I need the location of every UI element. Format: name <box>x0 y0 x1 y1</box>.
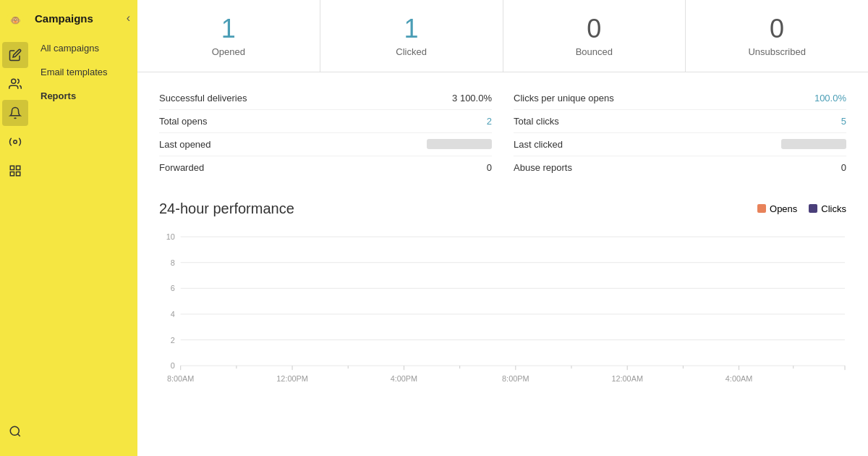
metric-abuse-reports: Abuse reports 0 <box>514 156 846 179</box>
chart-legend: Opens Clicks <box>757 203 846 214</box>
svg-point-3 <box>14 140 17 144</box>
metric-label: Abuse reports <box>514 162 572 173</box>
audience-icon[interactable] <box>2 71 28 97</box>
metric-value: 0 <box>487 162 492 173</box>
sidebar-title: Campaigns <box>35 12 93 25</box>
metric-total-clicks: Total clicks 5 <box>514 110 846 133</box>
stat-bounced-number: 0 <box>511 14 678 43</box>
metric-successful-deliveries: Successful deliveries 3 100.0% <box>159 87 492 110</box>
stat-opened-number: 1 <box>145 14 312 43</box>
svg-text:2: 2 <box>171 335 175 344</box>
stat-clicked-number: 1 <box>328 14 495 43</box>
metric-label: Last clicked <box>514 139 563 150</box>
svg-text:6: 6 <box>171 284 175 292</box>
svg-rect-4 <box>10 166 14 169</box>
stat-opened: 1 Opened <box>137 0 320 72</box>
sidebar-item-email-templates[interactable]: Email templates <box>35 61 133 83</box>
svg-text:12:00AM: 12:00AM <box>611 374 643 383</box>
svg-text:8:00PM: 8:00PM <box>502 374 529 383</box>
metric-label: Clicks per unique opens <box>514 93 614 104</box>
performance-chart: 10 8 6 4 2 0 <box>159 229 846 395</box>
search-icon[interactable] <box>2 418 28 444</box>
main-content: 1 Opened 1 Clicked 0 Bounced 0 Unsubscri… <box>137 0 868 456</box>
stat-opened-label: Opened <box>145 46 312 57</box>
stat-bounced: 0 Bounced <box>503 0 686 72</box>
legend-opens: Opens <box>757 203 797 214</box>
campaigns-icon[interactable] <box>2 100 28 126</box>
svg-text:8:00AM: 8:00AM <box>167 374 194 383</box>
svg-text:🐵: 🐵 <box>10 15 21 25</box>
metric-last-clicked: Last clicked <box>514 133 846 156</box>
sidebar-nav: All campaigns Email templates Reports <box>30 33 137 111</box>
metrics-section: Successful deliveries 3 100.0% Total ope… <box>137 72 868 186</box>
svg-text:4:00PM: 4:00PM <box>391 374 417 383</box>
stat-clicked-label: Clicked <box>328 46 495 57</box>
svg-text:8: 8 <box>171 258 175 266</box>
stat-unsubscribed: 0 Unsubscribed <box>686 0 868 72</box>
performance-header: 24-hour performance Opens Clicks <box>159 200 846 217</box>
left-metrics-col: Successful deliveries 3 100.0% Total ope… <box>159 87 492 179</box>
left-icon-bar: 🐵 <box>0 0 30 456</box>
clicks-label: Clicks <box>821 203 846 214</box>
svg-rect-5 <box>17 166 20 169</box>
sidebar-item-all-campaigns[interactable]: All campaigns <box>35 37 133 59</box>
metric-forwarded: Forwarded 0 <box>159 156 492 179</box>
metric-label: Total clicks <box>514 116 559 127</box>
stat-unsubscribed-label: Unsubscribed <box>693 46 861 57</box>
performance-title: 24-hour performance <box>159 200 294 217</box>
svg-line-9 <box>17 434 20 436</box>
metric-value: 3 100.0% <box>452 93 492 104</box>
metric-value: 0 <box>841 162 846 173</box>
svg-text:0: 0 <box>171 361 175 370</box>
metric-value: 2 <box>487 116 492 127</box>
legend-clicks: Clicks <box>809 203 846 214</box>
metric-total-opens: Total opens 2 <box>159 110 492 133</box>
metric-last-opened: Last opened <box>159 133 492 156</box>
sidebar-header: Campaigns ‹ <box>30 7 137 33</box>
metric-placeholder <box>781 139 846 149</box>
svg-rect-6 <box>10 172 14 176</box>
stats-row: 1 Opened 1 Clicked 0 Bounced 0 Unsubscri… <box>137 0 868 72</box>
sidebar-item-reports[interactable]: Reports <box>35 85 133 107</box>
metric-clicks-per-unique: Clicks per unique opens 100.0% <box>514 87 846 110</box>
opens-label: Opens <box>770 203 797 214</box>
svg-point-8 <box>10 426 19 435</box>
automations-icon[interactable] <box>2 129 28 155</box>
collapse-icon[interactable]: ‹ <box>127 12 130 25</box>
stat-bounced-label: Bounced <box>511 46 678 57</box>
metric-value: 100.0% <box>814 93 846 104</box>
metric-label: Successful deliveries <box>159 93 247 104</box>
content-icon[interactable] <box>2 158 28 184</box>
mailchimp-logo-icon[interactable]: 🐵 <box>2 7 28 33</box>
svg-text:12:00PM: 12:00PM <box>276 374 308 383</box>
metric-label: Last opened <box>159 139 211 150</box>
stat-clicked: 1 Clicked <box>320 0 503 72</box>
svg-point-2 <box>12 79 16 83</box>
opens-dot <box>757 204 766 213</box>
edit-icon[interactable] <box>2 42 28 68</box>
sidebar-panel: Campaigns ‹ All campaigns Email template… <box>30 0 137 456</box>
svg-rect-7 <box>17 172 20 176</box>
metric-value: 5 <box>841 116 846 127</box>
svg-text:4: 4 <box>171 310 175 318</box>
svg-text:10: 10 <box>166 232 175 241</box>
performance-section: 24-hour performance Opens Clicks 10 <box>137 186 868 413</box>
metric-label: Forwarded <box>159 162 204 173</box>
chart-container: 10 8 6 4 2 0 <box>159 229 846 398</box>
stat-unsubscribed-number: 0 <box>693 14 861 43</box>
right-metrics-col: Clicks per unique opens 100.0% Total cli… <box>514 87 846 179</box>
metric-placeholder <box>427 139 492 149</box>
metric-label: Total opens <box>159 116 208 127</box>
clicks-dot <box>809 204 817 213</box>
svg-text:4:00AM: 4:00AM <box>726 374 752 383</box>
